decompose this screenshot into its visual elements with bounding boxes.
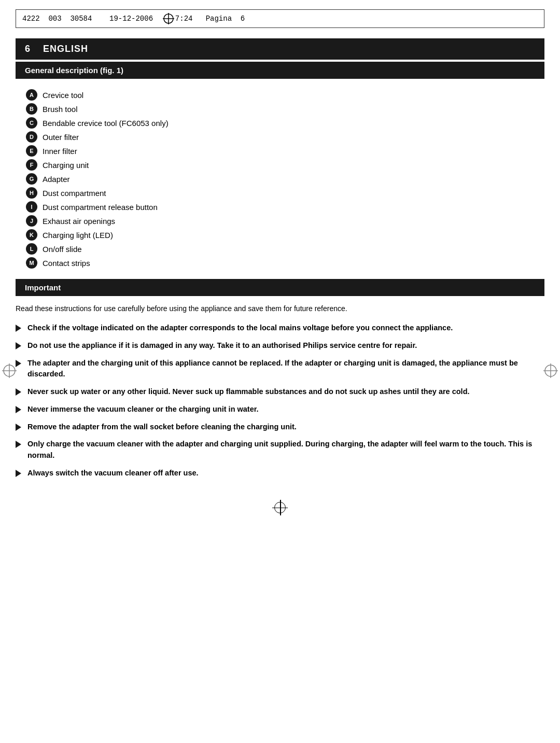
bullet-text: Always switch the vacuum cleaner off aft…	[27, 468, 199, 479]
circle-letter: C	[26, 117, 37, 129]
circle-letter: K	[26, 229, 37, 241]
circle-letter: E	[26, 145, 37, 157]
bullet-text: Do not use the appliance if it is damage…	[27, 340, 417, 352]
important-title: Important	[25, 283, 61, 292]
item-text: Dust compartment	[43, 189, 106, 198]
item-text: Crevice tool	[43, 91, 83, 100]
list-item: GAdapter	[26, 173, 544, 185]
list-item: MContact strips	[26, 257, 544, 269]
list-item: EInner filter	[26, 145, 544, 157]
item-text: Brush tool	[43, 105, 78, 114]
doc-time-text: 7:24 Pagina 6	[175, 15, 245, 23]
bullet-triangle-icon	[16, 406, 21, 413]
circle-letter: M	[26, 257, 37, 269]
list-item: IDust compartment release button	[26, 201, 544, 213]
bullet-triangle-icon	[16, 424, 21, 431]
bullet-triangle-icon	[16, 342, 21, 349]
list-item: DOuter filter	[26, 131, 544, 143]
bullet-item: Never immerse the vacuum cleaner or the …	[16, 404, 544, 415]
list-item: BBrush tool	[26, 103, 544, 115]
bullet-item: Never suck up water or any other liquid.…	[16, 386, 544, 398]
list-item: LOn/off slide	[26, 243, 544, 255]
item-text: Exhaust air openings	[43, 217, 115, 226]
bullet-text: Check if the voltage indicated on the ad…	[27, 323, 453, 334]
item-text: Contact strips	[43, 259, 90, 268]
bullet-triangle-icon	[16, 325, 21, 332]
list-item: KCharging light (LED)	[26, 229, 544, 241]
left-reg-mark	[2, 363, 17, 380]
bullet-item: Check if the voltage indicated on the ad…	[16, 323, 544, 334]
page: 4222 003 30584 19-12-2006 7:24 Pagina 6 …	[0, 0, 560, 743]
section-title: ENGLISH	[43, 44, 88, 54]
item-text: Charging unit	[43, 161, 89, 170]
doc-header: 4222 003 30584 19-12-2006 7:24 Pagina 6	[16, 9, 544, 28]
list-item: CBendable crevice tool (FC6053 only)	[26, 117, 544, 129]
main-content: 6 ENGLISH General description (fig. 1) A…	[16, 38, 544, 479]
right-reg-mark	[543, 363, 558, 380]
section-number: 6	[25, 44, 31, 54]
bullet-triangle-icon	[16, 388, 21, 396]
item-text: Adapter	[43, 175, 70, 184]
subsection-title: General description (fig. 1)	[25, 66, 123, 75]
bullet-triangle-icon	[16, 470, 21, 477]
bullet-text: Never immerse the vacuum cleaner or the …	[27, 404, 259, 415]
bullet-item: Only charge the vacuum cleaner with the …	[16, 439, 544, 461]
bullet-list: Check if the voltage indicated on the ad…	[16, 323, 544, 479]
section-title-bar: 6 ENGLISH	[16, 38, 544, 60]
doc-info-text: 4222 003 30584 19-12-2006	[22, 15, 162, 23]
bottom-crosshair	[0, 500, 560, 526]
item-text: Inner filter	[43, 147, 77, 156]
important-header: Important	[16, 279, 544, 296]
circle-letter: A	[26, 89, 37, 101]
item-text: Dust compartment release button	[43, 203, 158, 212]
bullet-item: Remove the adapter from the wall socket …	[16, 422, 544, 433]
list-item: FCharging unit	[26, 159, 544, 171]
intro-text: Read these instructions for use carefull…	[16, 303, 544, 314]
item-text: Charging light (LED)	[43, 231, 113, 240]
item-text: Outer filter	[43, 133, 79, 142]
bullet-text: The adapter and the charging unit of thi…	[27, 358, 544, 381]
list-item: ACrevice tool	[26, 89, 544, 101]
item-text: Bendable crevice tool (FC6053 only)	[43, 119, 169, 128]
circle-letter: J	[26, 215, 37, 227]
items-list: ACrevice toolBBrush toolCBendable crevic…	[26, 89, 544, 269]
circle-letter: F	[26, 159, 37, 171]
circle-letter: H	[26, 187, 37, 199]
circle-letter: D	[26, 131, 37, 143]
circle-letter: G	[26, 173, 37, 185]
circle-letter: I	[26, 201, 37, 213]
bullet-text: Never suck up water or any other liquid.…	[27, 386, 470, 398]
circle-letter: B	[26, 103, 37, 115]
bullet-item: Always switch the vacuum cleaner off aft…	[16, 468, 544, 479]
bullet-text: Only charge the vacuum cleaner with the …	[27, 439, 544, 461]
circle-letter: L	[26, 243, 37, 255]
list-item: JExhaust air openings	[26, 215, 544, 227]
bullet-item: Do not use the appliance if it is damage…	[16, 340, 544, 352]
bullet-item: The adapter and the charging unit of thi…	[16, 358, 544, 381]
crosshair-icon	[272, 500, 288, 515]
item-text: On/off slide	[43, 245, 82, 254]
list-item: HDust compartment	[26, 187, 544, 199]
bullet-triangle-icon	[16, 441, 21, 448]
bullet-text: Remove the adapter from the wall socket …	[27, 422, 297, 433]
subsection-header: General description (fig. 1)	[16, 62, 544, 79]
